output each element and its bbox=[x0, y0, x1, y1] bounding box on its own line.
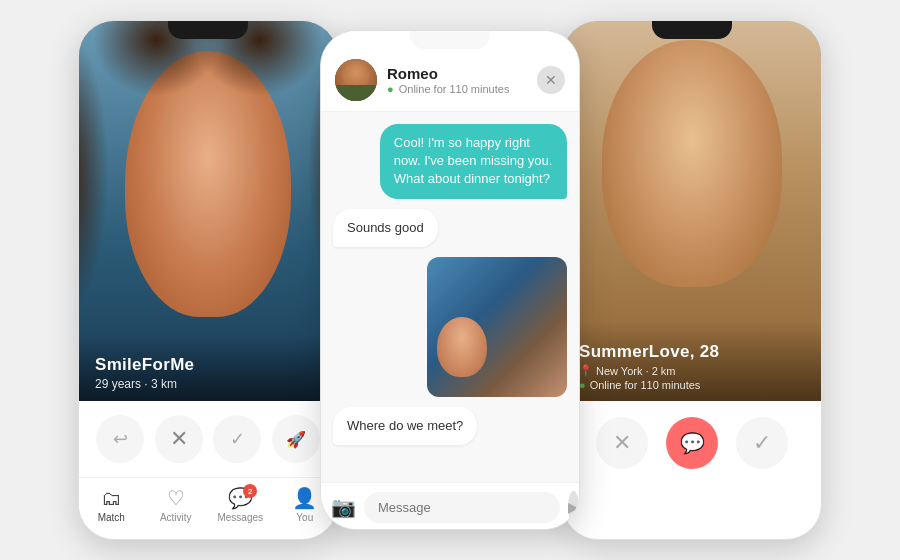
you-icon: 👤 bbox=[292, 486, 317, 510]
chat-image[interactable] bbox=[427, 257, 567, 397]
middle-phone: Romeo ● Online for 110 minutes ✕ Cool! I… bbox=[320, 30, 580, 530]
nav-item-activity[interactable]: ♡ Activity bbox=[151, 486, 201, 523]
location-text: New York · 2 km bbox=[596, 365, 675, 377]
dislike-button[interactable]: ✕ bbox=[155, 415, 203, 463]
like-button[interactable]: ✓ bbox=[213, 415, 261, 463]
nav-label-you: You bbox=[296, 512, 313, 523]
dislike-button-right[interactable]: ✕ bbox=[596, 417, 648, 469]
message-button-right[interactable]: 💬 bbox=[666, 417, 718, 469]
message-input[interactable] bbox=[364, 492, 560, 523]
match-icon: 🗂 bbox=[101, 487, 121, 510]
message-received-2: Where do we meet? bbox=[333, 407, 477, 445]
profile-name-right: SummerLove, 28 bbox=[579, 342, 805, 362]
chat-body: Cool! I'm so happy right now. I've been … bbox=[321, 112, 579, 482]
undo-button[interactable]: ↩ bbox=[96, 415, 144, 463]
notch-left bbox=[168, 21, 248, 39]
online-dot: ● bbox=[387, 83, 394, 95]
message-sent-1: Cool! I'm so happy right now. I've been … bbox=[380, 124, 567, 199]
camera-button[interactable]: 📷 bbox=[331, 495, 356, 519]
messages-badge: 2 bbox=[243, 484, 257, 498]
location-icon: 📍 bbox=[579, 364, 593, 377]
chat-status: ● Online for 110 minutes bbox=[387, 83, 537, 95]
profile-photo-right: SummerLove, 28 📍 New York · 2 km ● Onlin… bbox=[563, 21, 821, 401]
chat-input-row: 📷 ▶ bbox=[321, 482, 579, 530]
profile-info-right: SummerLove, 28 📍 New York · 2 km ● Onlin… bbox=[563, 322, 821, 401]
action-bar-right: ✕ 💬 ✓ bbox=[563, 401, 821, 481]
chat-status-text: Online for 110 minutes bbox=[399, 83, 510, 95]
boost-button[interactable]: 🚀 bbox=[272, 415, 320, 463]
profile-name-left: SmileForMe bbox=[95, 355, 321, 375]
location-row: 📍 New York · 2 km bbox=[579, 364, 805, 377]
notch-right bbox=[652, 21, 732, 39]
profile-photo-left: SmileForMe 29 years · 3 km bbox=[79, 21, 337, 401]
action-bar-left: ↩ ✕ ✓ 🚀 bbox=[79, 401, 337, 477]
chat-user-info: Romeo ● Online for 110 minutes bbox=[387, 65, 537, 95]
nav-label-match: Match bbox=[98, 512, 125, 523]
message-received-1: Sounds good bbox=[333, 209, 438, 247]
nav-item-match[interactable]: 🗂 Match bbox=[86, 487, 136, 523]
bottom-nav-left: 🗂 Match ♡ Activity 2 💬 Messages 👤 You bbox=[79, 477, 337, 529]
right-phone: SummerLove, 28 📍 New York · 2 km ● Onlin… bbox=[562, 20, 822, 540]
like-button-right[interactable]: ✓ bbox=[736, 417, 788, 469]
nav-item-messages[interactable]: 2 💬 Messages bbox=[215, 486, 265, 523]
nav-label-activity: Activity bbox=[160, 512, 192, 523]
profile-meta-left: 29 years · 3 km bbox=[95, 377, 321, 391]
left-phone: SmileForMe 29 years · 3 km ↩ ✕ ✓ 🚀 🗂 Mat… bbox=[78, 20, 338, 540]
avatar-image bbox=[335, 59, 377, 101]
close-chat-button[interactable]: ✕ bbox=[537, 66, 565, 94]
activity-icon: ♡ bbox=[167, 486, 185, 510]
chat-avatar bbox=[335, 59, 377, 101]
chat-image-content bbox=[427, 257, 567, 397]
chat-username: Romeo bbox=[387, 65, 537, 82]
nav-label-messages: Messages bbox=[217, 512, 263, 523]
notch-middle bbox=[410, 31, 490, 49]
online-status-text: Online for 110 minutes bbox=[590, 379, 701, 391]
profile-info-left: SmileForMe 29 years · 3 km bbox=[79, 335, 337, 401]
online-status-right: ● Online for 110 minutes bbox=[579, 379, 805, 391]
